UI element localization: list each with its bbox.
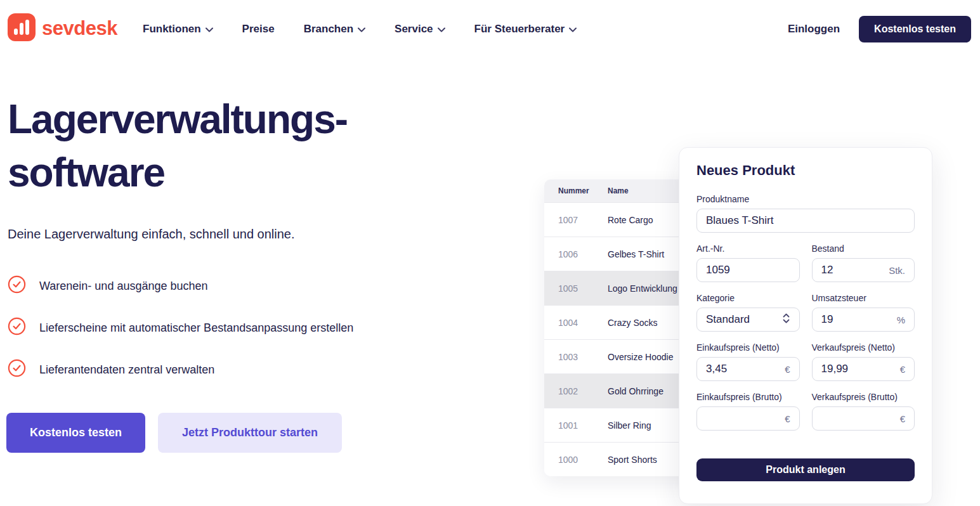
euro-suffix: € xyxy=(900,364,905,375)
euro-suffix: € xyxy=(900,413,905,424)
page-title: Lagerverwaltungs- software xyxy=(8,93,347,199)
bestand-unit-suffix: Stk. xyxy=(889,265,905,276)
nav-item-branchen[interactable]: Branchen xyxy=(304,23,365,36)
landing-page: sevdesk Funktionen Preise Branchen Servi… xyxy=(0,0,980,506)
artnr-input[interactable] xyxy=(706,264,790,276)
kategorie-label: Kategorie xyxy=(696,293,800,303)
sevdesk-logo[interactable]: sevdesk xyxy=(8,13,117,44)
kategorie-group: Kategorie Standard xyxy=(696,293,800,332)
ek-brutto-group: Einkaufspreis (Brutto) € xyxy=(696,392,800,431)
ek-brutto-input[interactable] xyxy=(706,412,785,425)
hero-cta-row: Kostenlos testen Jetzt Produkttour start… xyxy=(6,413,342,453)
check-circle-icon xyxy=(8,359,26,380)
produktname-field-wrap xyxy=(696,209,915,233)
check-circle-icon xyxy=(8,317,26,339)
artnr-group: Art.-Nr. xyxy=(696,243,800,282)
euro-suffix: € xyxy=(785,364,790,375)
chevron-up-down-icon xyxy=(782,313,790,327)
sevdesk-wordmark: sevdesk xyxy=(42,17,117,40)
nav-item-funktionen[interactable]: Funktionen xyxy=(143,23,213,36)
create-product-button[interactable]: Produkt anlegen xyxy=(696,458,915,481)
top-navigation: sevdesk Funktionen Preise Branchen Servi… xyxy=(0,0,980,58)
sevdesk-logo-icon xyxy=(8,13,36,44)
card-title: Neues Produkt xyxy=(696,162,915,179)
nav-item-service[interactable]: Service xyxy=(395,23,445,36)
vk-netto-group: Verkaufspreis (Netto) € xyxy=(812,342,915,381)
column-header-name: Name xyxy=(608,186,629,195)
nav-menu: Funktionen Preise Branchen Service Für S… xyxy=(143,0,577,58)
umsatzsteuer-label: Umsatzsteuer xyxy=(812,293,915,303)
umsatzsteuer-group: Umsatzsteuer % xyxy=(812,293,915,332)
vk-brutto-input[interactable] xyxy=(821,412,900,425)
kategorie-select[interactable]: Standard xyxy=(696,308,800,332)
nav-item-steuerberater[interactable]: Für Steuerberater xyxy=(474,23,577,36)
nav-right-group: Einloggen Kostenlos testen xyxy=(788,0,971,58)
artnr-field-wrap xyxy=(696,258,800,282)
vk-netto-input[interactable] xyxy=(821,363,900,375)
chevron-down-icon xyxy=(569,23,577,36)
percent-suffix: % xyxy=(897,315,905,325)
check-circle-icon xyxy=(8,275,26,297)
produktname-input[interactable] xyxy=(706,214,905,227)
new-product-card: Neues Produkt Produktname Art.-Nr. Besta… xyxy=(679,147,932,504)
ek-brutto-field-wrap: € xyxy=(696,406,800,431)
euro-suffix: € xyxy=(785,413,790,424)
feature-checklist: Warenein- und ausgänge buchen Liefersche… xyxy=(8,275,353,380)
bestand-field-wrap: Stk. xyxy=(812,258,915,282)
vk-brutto-field-wrap: € xyxy=(812,406,915,431)
chevron-down-icon xyxy=(206,23,213,36)
hero-subtitle: Deine Lagerverwaltung einfach, schnell u… xyxy=(8,227,295,242)
ek-netto-group: Einkaufspreis (Netto) € xyxy=(696,342,800,381)
product-tour-button[interactable]: Jetzt Produkttour starten xyxy=(158,413,342,453)
ek-netto-input[interactable] xyxy=(706,363,785,375)
nav-free-trial-button[interactable]: Kostenlos testen xyxy=(859,16,971,42)
artnr-label: Art.-Nr. xyxy=(696,243,800,254)
login-link[interactable]: Einloggen xyxy=(788,23,840,36)
umsatzsteuer-field-wrap: % xyxy=(812,308,915,332)
nav-item-preise[interactable]: Preise xyxy=(242,23,275,36)
checklist-item: Lieferantendaten zentral verwalten xyxy=(8,359,353,380)
bestand-group: Bestand Stk. xyxy=(812,243,915,282)
artnr-bestand-row: Art.-Nr. Bestand Stk. xyxy=(696,243,915,282)
umsatzsteuer-input[interactable] xyxy=(821,313,897,326)
vk-netto-label: Verkaufspreis (Netto) xyxy=(812,342,915,353)
bestand-label: Bestand xyxy=(812,243,915,254)
produktname-label: Produktname xyxy=(696,194,915,204)
brutto-row: Einkaufspreis (Brutto) € Verkaufspreis (… xyxy=(696,392,915,431)
vk-netto-field-wrap: € xyxy=(812,357,915,381)
ek-netto-field-wrap: € xyxy=(696,357,800,381)
netto-row: Einkaufspreis (Netto) € Verkaufspreis (N… xyxy=(696,342,915,381)
column-header-nummer: Nummer xyxy=(544,186,608,195)
ek-netto-label: Einkaufspreis (Netto) xyxy=(696,342,800,353)
vk-brutto-group: Verkaufspreis (Brutto) € xyxy=(812,392,915,431)
checklist-item: Lieferscheine mit automatischer Bestands… xyxy=(8,317,353,339)
produktname-group: Produktname xyxy=(696,194,915,233)
chevron-down-icon xyxy=(438,23,445,36)
chevron-down-icon xyxy=(358,23,365,36)
ek-brutto-label: Einkaufspreis (Brutto) xyxy=(696,392,800,402)
bestand-input[interactable] xyxy=(821,264,889,276)
checklist-item: Warenein- und ausgänge buchen xyxy=(8,275,353,297)
free-trial-button[interactable]: Kostenlos testen xyxy=(6,413,145,453)
vk-brutto-label: Verkaufspreis (Brutto) xyxy=(812,392,915,402)
kategorie-steuer-row: Kategorie Standard Umsatzsteuer % xyxy=(696,293,915,332)
